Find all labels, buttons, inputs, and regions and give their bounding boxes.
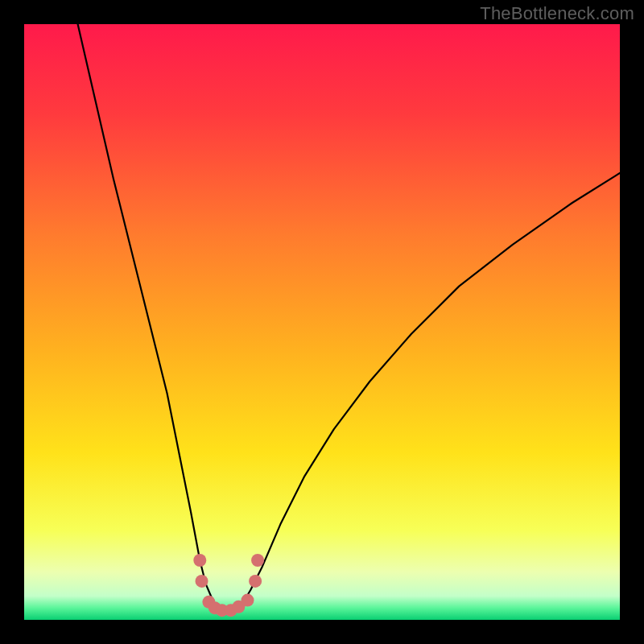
svg-rect-0 [24,24,620,620]
background-gradient [24,24,620,620]
plot-area [24,24,620,620]
watermark-text: TheBottleneck.com [480,3,634,24]
chart-frame: TheBottleneck.com [0,0,644,644]
